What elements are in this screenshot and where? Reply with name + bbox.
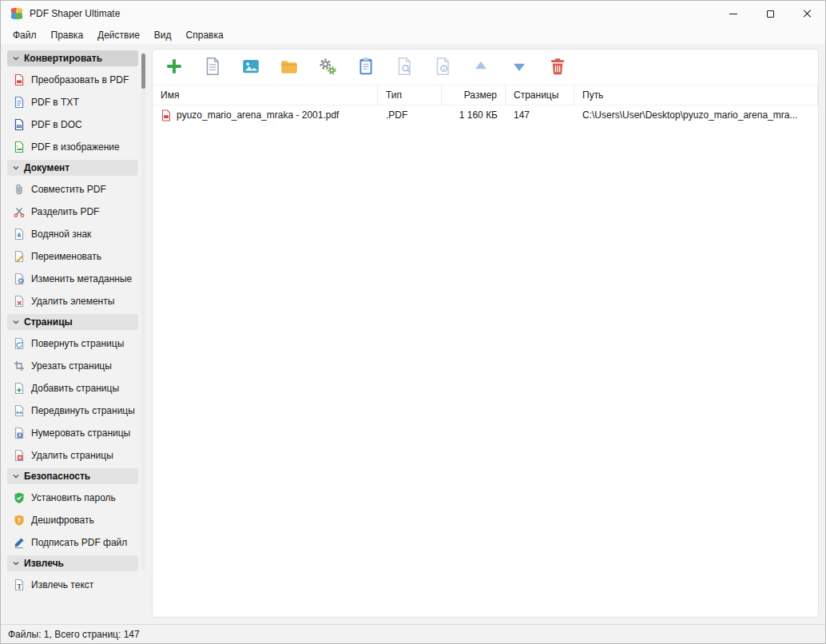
content-area: Конвертировать Преобразовать в PDF PDF в…: [1, 44, 825, 624]
delete-elements-icon: [13, 295, 26, 308]
sidebar-scrollbar[interactable]: [141, 52, 145, 570]
sidebar-item-pdf-to-txt[interactable]: PDF в TXT: [7, 91, 138, 113]
move-up-button[interactable]: [467, 54, 494, 81]
section-title: Безопасность: [24, 471, 90, 482]
chevron-down-icon: [12, 164, 20, 172]
sidebar-item-delete-pages[interactable]: Удалить страницы: [7, 444, 138, 467]
sidebar-item-watermark[interactable]: Водяной знак: [7, 223, 138, 245]
sidebar-section-document[interactable]: Документ: [7, 160, 138, 176]
document-search-icon: [394, 56, 415, 79]
move-pages-icon: [13, 404, 26, 417]
sidebar-item-decrypt[interactable]: Дешифровать: [7, 509, 138, 531]
sidebar-item-move-pages[interactable]: Передвинуть страницы: [7, 400, 138, 422]
sidebar-item-split-pdf[interactable]: Разделить PDF: [7, 201, 138, 223]
table-row[interactable]: pyuzo_mario_arena_mraka - 2001.pdf .PDF …: [153, 105, 818, 125]
sidebar-section-pages[interactable]: Страницы: [7, 314, 138, 330]
sidebar-item-pdf-to-image[interactable]: PDF в изображение: [7, 136, 138, 158]
column-header-size[interactable]: Размер: [442, 85, 506, 105]
watermark-drop-icon: [13, 228, 26, 241]
remove-button[interactable]: [544, 54, 571, 81]
settings-button[interactable]: [314, 54, 341, 81]
trash-icon: [547, 56, 568, 79]
sidebar-item-extract-text[interactable]: T Извлечь текст: [7, 574, 138, 596]
column-header-path[interactable]: Путь: [574, 85, 818, 105]
add-image-button[interactable]: [237, 54, 264, 81]
sidebar-item-label: Урезать страницы: [31, 360, 112, 372]
arrow-up-icon: [471, 56, 491, 79]
maximize-icon: [767, 10, 774, 18]
sidebar-item-edit-metadata[interactable]: Изменить метаданные: [7, 268, 138, 290]
sidebar-item-merge-pdf[interactable]: Совместить PDF: [7, 178, 138, 201]
sidebar-item-label: Преобразовать в PDF: [31, 74, 129, 85]
sidebar-item-label: Удалить элементы: [31, 296, 114, 307]
folder-icon: [279, 56, 300, 79]
sidebar-item-label: Установить пароль: [31, 492, 116, 503]
section-title: Извлечь: [24, 558, 64, 569]
sidebar-item-label: Переименовать: [31, 251, 101, 262]
paperclip-icon: [13, 183, 26, 196]
column-header-type[interactable]: Тип: [378, 85, 442, 105]
sidebar-item-label: Совместить PDF: [31, 184, 106, 195]
sidebar-section-extract[interactable]: Извлечь: [7, 555, 138, 571]
shield-check-icon: [13, 491, 26, 504]
open-folder-button[interactable]: [276, 54, 303, 81]
arrow-down-icon: [509, 56, 530, 79]
sidebar-item-label: Дешифровать: [31, 515, 94, 526]
sidebar-item-delete-elements[interactable]: Удалить элементы: [7, 290, 138, 312]
pdf-to-image-icon: [13, 141, 26, 153]
window-title: PDF Shaper Ultimate: [30, 8, 120, 19]
sidebar-item-add-pages[interactable]: Добавить страницы: [7, 377, 138, 400]
menu-help[interactable]: Справка: [179, 26, 231, 44]
menu-action[interactable]: Действие: [90, 26, 147, 44]
sidebar-item-rotate-pages[interactable]: Повернуть страницы: [7, 332, 138, 355]
convert-to-pdf-icon: [13, 74, 26, 86]
sidebar-item-set-password[interactable]: Установить пароль: [7, 487, 138, 509]
window-controls: [715, 1, 825, 26]
sidebar-item-label: Изменить метаданные: [31, 273, 132, 284]
sidebar-section-convert[interactable]: Конвертировать: [7, 50, 138, 66]
app-logo-icon: [10, 7, 23, 20]
add-document-button[interactable]: [199, 54, 226, 81]
column-header-name[interactable]: Имя: [153, 85, 378, 105]
section-title: Документ: [24, 162, 69, 173]
properties-button[interactable]: [429, 54, 456, 81]
sidebar-item-convert-to-pdf[interactable]: Преобразовать в PDF: [7, 69, 138, 91]
sidebar-item-label: PDF в TXT: [31, 97, 79, 108]
menu-file[interactable]: Файл: [6, 26, 44, 44]
sidebar-item-sign-pdf[interactable]: Подписать PDF файл: [7, 531, 138, 554]
sidebar-item-label: PDF в изображение: [31, 141, 120, 153]
gears-icon: [317, 56, 338, 79]
add-files-button[interactable]: [161, 54, 188, 81]
menu-edit[interactable]: Правка: [44, 26, 91, 44]
maximize-button[interactable]: [752, 1, 788, 26]
close-button[interactable]: [788, 1, 825, 26]
sidebar-item-label: PDF в DOC: [31, 119, 82, 130]
sidebar-item-number-pages[interactable]: # Нумеровать страницы: [7, 422, 138, 444]
delete-pages-icon: [13, 449, 26, 462]
sidebar-item-label: Повернуть страницы: [31, 338, 124, 349]
pdf-file-icon: [161, 109, 172, 121]
pdf-to-txt-icon: [13, 96, 26, 109]
sidebar-section-security[interactable]: Безопасность: [7, 468, 138, 484]
sidebar-item-crop-pages[interactable]: Урезать страницы: [7, 355, 138, 377]
sidebar-item-pdf-to-doc[interactable]: PDF в DOC: [7, 113, 138, 136]
document-info-icon: [432, 56, 453, 79]
chevron-down-icon: [12, 472, 20, 480]
file-list: pyuzo_mario_arena_mraka - 2001.pdf .PDF …: [153, 105, 818, 617]
sidebar-scrollbar-thumb[interactable]: [141, 54, 145, 89]
sidebar-item-label: Извлечь текст: [31, 579, 93, 590]
minimize-button[interactable]: [715, 1, 752, 26]
extract-text-icon: T: [13, 578, 26, 591]
chevron-down-icon: [12, 54, 20, 62]
sidebar-item-label: Удалить страницы: [31, 450, 113, 461]
sidebar-item-rename[interactable]: Переименовать: [7, 245, 138, 268]
move-down-button[interactable]: [506, 54, 533, 81]
preview-button[interactable]: [391, 54, 418, 81]
menu-view[interactable]: Вид: [147, 26, 179, 44]
sidebar-item-label: Подписать PDF файл: [31, 537, 127, 548]
paste-button[interactable]: [352, 54, 379, 81]
document-icon: [202, 56, 223, 79]
column-header-pages[interactable]: Страницы: [506, 85, 574, 105]
file-name-cell: pyuzo_mario_arena_mraka - 2001.pdf: [153, 109, 378, 121]
rename-pencil-icon: [13, 250, 26, 263]
